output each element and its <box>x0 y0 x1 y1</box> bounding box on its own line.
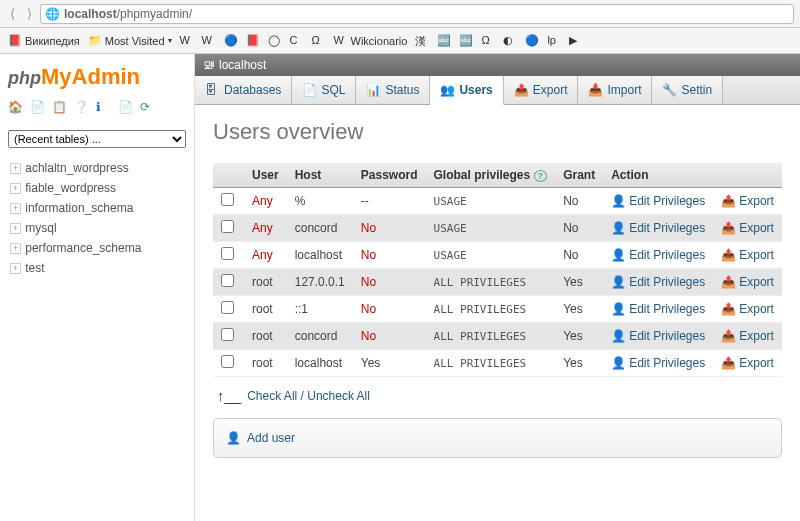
row-checkbox[interactable] <box>221 301 234 314</box>
row-checkbox[interactable] <box>221 220 234 233</box>
database-item[interactable]: +fiable_wordpress <box>8 178 186 198</box>
bookmark-icon: W <box>334 34 348 48</box>
sql-icon[interactable]: 📋 <box>52 100 68 116</box>
logout-icon[interactable]: 📄 <box>30 100 46 116</box>
breadcrumb: 🖳 localhost <box>195 54 800 76</box>
edit-icon: 👤 <box>611 329 626 343</box>
cell-grant: Yes <box>555 350 603 377</box>
check-all-link[interactable]: Check All / Uncheck All <box>247 389 370 403</box>
table-row: rootlocalhostYesALL PRIVILEGESYes👤Edit P… <box>213 350 782 377</box>
table-row: Any%--USAGENo👤Edit Privileges📤Export <box>213 188 782 215</box>
bookmark-icon: 🔤 <box>437 34 451 48</box>
export-link[interactable]: 📤Export <box>721 275 774 289</box>
row-checkbox[interactable] <box>221 274 234 287</box>
arrow-up-icon: ↑__ <box>217 387 241 404</box>
bookmark-icon: ▶ <box>569 34 583 48</box>
database-item[interactable]: +information_schema <box>8 198 186 218</box>
bookmark-item[interactable]: 🔵 <box>525 34 539 48</box>
tab-icon: 🔧 <box>662 83 676 97</box>
cell-grant: Yes <box>555 323 603 350</box>
tab-import[interactable]: 📥Import <box>578 76 652 104</box>
bookmark-icon: W <box>202 34 216 48</box>
bookmark-item[interactable]: 📕 <box>246 34 260 48</box>
tab-icon: 📤 <box>514 83 528 97</box>
export-link[interactable]: 📤Export <box>721 248 774 262</box>
settings-icon[interactable]: 📄 <box>118 100 134 116</box>
bookmark-icon: lp <box>547 34 561 48</box>
bookmark-item[interactable]: Ω <box>481 34 495 48</box>
bookmark-item[interactable]: 📁Most Visited▾ <box>88 34 172 48</box>
cell-grant: Yes <box>555 269 603 296</box>
tab-icon: 📄 <box>302 83 316 97</box>
home-icon[interactable]: 🏠 <box>8 100 24 116</box>
back-button[interactable]: ⟨ <box>6 4 19 23</box>
add-user-link[interactable]: 👤 Add user <box>226 431 769 445</box>
cell-privileges: ALL PRIVILEGES <box>434 303 527 316</box>
edit-privileges-link[interactable]: 👤Edit Privileges <box>611 275 705 289</box>
add-user-box: 👤 Add user <box>213 418 782 458</box>
bookmark-icon: Ω <box>481 34 495 48</box>
forward-button[interactable]: ⟩ <box>23 4 36 23</box>
tab-sql[interactable]: 📄SQL <box>292 76 356 104</box>
bookmark-icon: ◐ <box>503 34 517 48</box>
bookmark-item[interactable]: ▶ <box>569 34 583 48</box>
bookmark-item[interactable]: WWikcionario <box>334 34 408 48</box>
cell-user: root <box>252 329 273 343</box>
bookmark-icon: C <box>290 34 304 48</box>
cell-privileges: ALL PRIVILEGES <box>434 357 527 370</box>
database-item[interactable]: +performance_schema <box>8 238 186 258</box>
edit-privileges-link[interactable]: 👤Edit Privileges <box>611 302 705 316</box>
database-item[interactable]: +mysql <box>8 218 186 238</box>
bookmark-item[interactable]: 漢 <box>415 34 429 48</box>
help-icon[interactable]: ? <box>534 170 548 182</box>
tab-users[interactable]: 👥Users <box>430 76 503 105</box>
tab-databases[interactable]: 🗄Databases <box>195 76 292 104</box>
bookmark-item[interactable]: 🔤 <box>437 34 451 48</box>
database-item[interactable]: +test <box>8 258 186 278</box>
export-link[interactable]: 📤Export <box>721 221 774 235</box>
bookmark-item[interactable]: W <box>180 34 194 48</box>
bookmark-item[interactable]: 🔤 <box>459 34 473 48</box>
cell-host: concord <box>287 215 353 242</box>
docs-icon[interactable]: ❔ <box>74 100 90 116</box>
edit-icon: 👤 <box>611 275 626 289</box>
export-link[interactable]: 📤Export <box>721 329 774 343</box>
bookmark-icon: ◯ <box>268 34 282 48</box>
edit-privileges-link[interactable]: 👤Edit Privileges <box>611 356 705 370</box>
bookmark-item[interactable]: ◯ <box>268 34 282 48</box>
export-link[interactable]: 📤Export <box>721 356 774 370</box>
bookmark-item[interactable]: W <box>202 34 216 48</box>
url-bar[interactable]: 🌐 localhost/phpmyadmin/ <box>40 4 794 24</box>
database-list: +achlaltn_wordpress+fiable_wordpress+inf… <box>8 158 186 278</box>
reload-icon[interactable]: ⟳ <box>140 100 156 116</box>
bookmark-item[interactable]: ◐ <box>503 34 517 48</box>
breadcrumb-server[interactable]: localhost <box>219 58 266 72</box>
edit-icon: 👤 <box>611 356 626 370</box>
edit-privileges-link[interactable]: 👤Edit Privileges <box>611 329 705 343</box>
row-checkbox[interactable] <box>221 247 234 260</box>
bookmark-item[interactable]: lp <box>547 34 561 48</box>
bookmark-icon: 🔵 <box>224 34 238 48</box>
export-link[interactable]: 📤Export <box>721 302 774 316</box>
bookmark-item[interactable]: Ω <box>312 34 326 48</box>
edit-privileges-link[interactable]: 👤Edit Privileges <box>611 248 705 262</box>
edit-privileges-link[interactable]: 👤Edit Privileges <box>611 221 705 235</box>
col-action: Action <box>603 163 782 188</box>
row-checkbox[interactable] <box>221 193 234 206</box>
database-item[interactable]: +achlaltn_wordpress <box>8 158 186 178</box>
tab-export[interactable]: 📤Export <box>504 76 579 104</box>
export-link[interactable]: 📤Export <box>721 194 774 208</box>
cell-host: localhost <box>287 242 353 269</box>
edit-privileges-link[interactable]: 👤Edit Privileges <box>611 194 705 208</box>
bookmark-item[interactable]: C <box>290 34 304 48</box>
plus-icon: + <box>10 243 21 254</box>
bookmark-item[interactable]: 📕Википедия <box>8 34 80 48</box>
bookmark-icon: 📕 <box>8 34 22 48</box>
tab-status[interactable]: 📊Status <box>356 76 430 104</box>
bookmark-item[interactable]: 🔵 <box>224 34 238 48</box>
recent-tables-select[interactable]: (Recent tables) ... <box>8 130 186 148</box>
help-icon[interactable]: ℹ <box>96 100 112 116</box>
tab-settin[interactable]: 🔧Settin <box>652 76 723 104</box>
row-checkbox[interactable] <box>221 328 234 341</box>
row-checkbox[interactable] <box>221 355 234 368</box>
